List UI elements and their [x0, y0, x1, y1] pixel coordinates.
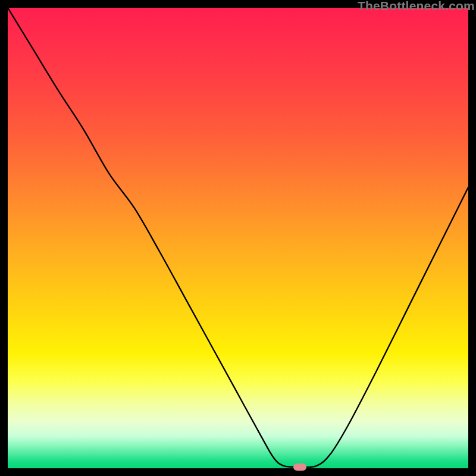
chart-plot-area: [8, 8, 468, 468]
chart-frame: TheBottleneck.com: [0, 0, 476, 476]
watermark-text: TheBottleneck.com: [358, 0, 475, 13]
optimal-marker: [293, 464, 306, 471]
bottleneck-curve: [8, 8, 468, 468]
curve-path: [8, 8, 468, 467]
